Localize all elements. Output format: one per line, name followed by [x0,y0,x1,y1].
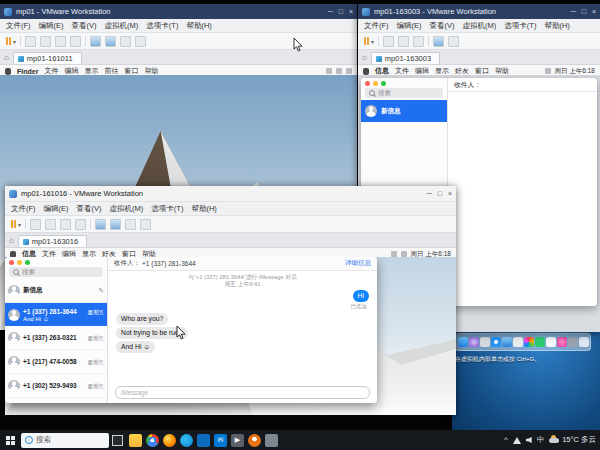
library-home-icon[interactable]: ⌂ [9,235,14,247]
close-button[interactable]: × [448,190,452,197]
dock-itunes-icon[interactable] [557,337,567,347]
window-titlebar[interactable]: mp01-163003 - VMware Workstation ─ □ × [358,4,600,19]
close-button[interactable]: × [592,8,596,15]
power-icon[interactable] [383,36,394,47]
fullscreen-icon[interactable] [448,36,459,47]
settings-icon[interactable] [70,36,81,47]
menu-file[interactable]: 文件(F) [364,21,389,31]
conversation-item-selected[interactable]: +1 (337) 281-3644 星期五 And Hi ☺ [5,303,107,326]
imessage-input[interactable]: iMessage [115,386,370,399]
menu-view[interactable]: 查看(V) [72,21,97,31]
menu-tabs[interactable]: 选项卡(T) [146,21,178,31]
snapshot-icon[interactable] [398,36,409,47]
snapshot-icon[interactable] [40,36,51,47]
wifi-icon[interactable] [545,68,551,74]
menu-help[interactable]: 帮助(H) [544,21,569,31]
unity-mode-icon[interactable] [120,36,131,47]
taskbar-vlc-icon[interactable] [248,434,261,447]
conversation-item[interactable]: +1 (217) 474-0058 星期五 [5,350,107,374]
tray-expand-icon[interactable]: ^ [504,436,508,444]
spotlight-icon[interactable] [346,68,352,74]
taskbar-edge-icon[interactable] [180,434,193,447]
dock-pages-icon[interactable] [546,337,556,347]
power-icon[interactable] [30,219,41,230]
macos-app-menu[interactable]: Finder [17,68,38,75]
console-view-icon[interactable] [95,219,106,230]
zoom-traffic-icon[interactable] [381,81,386,86]
menu-edit[interactable]: 编辑(E) [44,204,69,214]
taskbar-settings-icon[interactable] [265,434,278,447]
suspend-button[interactable]: ▾ [364,37,374,45]
fullscreen-icon[interactable] [135,36,146,47]
minimize-button[interactable]: ─ [328,8,333,15]
weather-widget[interactable]: 15°C 多云 [549,435,596,445]
dock-preferences-icon[interactable] [568,337,578,347]
conversation-item[interactable]: +1 (302) 529-9493 星期五 [5,374,107,398]
console-view-icon[interactable] [90,36,101,47]
menu-view[interactable]: 查看(V) [430,21,455,31]
maximize-button[interactable]: □ [582,8,586,15]
details-link[interactable]: 详细信息 [345,259,371,268]
volume-icon[interactable] [526,437,532,443]
taskbar-store-icon[interactable] [197,434,210,447]
menu-vm[interactable]: 虚拟机(M) [110,204,144,214]
minimize-button[interactable]: ─ [571,8,576,15]
taskbar-vmware-icon[interactable]: ▶ [231,434,244,447]
vm-tab[interactable]: mp01-161011 [13,52,82,64]
search-field[interactable]: 搜索 [365,88,443,98]
dock-messages-icon[interactable] [535,337,545,347]
menu-tabs[interactable]: 选项卡(T) [504,21,536,31]
menu-file[interactable]: 文件(F) [6,21,31,31]
window-titlebar[interactable]: mp01 - VMware Workstation ─ □ × [0,4,357,19]
vm-tab[interactable]: mp01-163016 [18,235,87,247]
minimize-button[interactable]: ─ [427,190,432,197]
taskbar-firefox-icon[interactable] [163,434,176,447]
library-home-icon[interactable]: ⌂ [362,52,367,64]
dock-notes-icon[interactable] [513,337,523,347]
library-home-icon[interactable]: ⌂ [4,52,9,64]
dock-trash-icon[interactable] [579,337,589,347]
input-method-indicator[interactable]: 中 [537,435,545,445]
compose-icon[interactable]: ✎ [98,287,104,295]
to-field[interactable]: 收件人： [448,78,597,92]
dock-launchpad-icon[interactable] [480,337,490,347]
conversation-item[interactable]: +1 (337) 263-0321 星期五 [5,326,107,350]
search-field[interactable]: 搜索 [9,267,103,277]
menu-edit[interactable]: 编辑(E) [39,21,64,31]
suspend-button[interactable]: ▾ [11,220,21,228]
start-button[interactable] [0,430,20,450]
snapshot-icon[interactable] [45,219,56,230]
dock-safari-icon[interactable] [491,337,501,347]
taskbar-chrome-icon[interactable] [146,434,159,447]
task-view-button[interactable] [109,430,125,450]
revert-snapshot-icon[interactable] [60,219,71,230]
dock-photos-icon[interactable] [524,337,534,347]
maximize-button[interactable]: □ [339,8,343,15]
settings-icon[interactable] [413,36,424,47]
conversation-new-message[interactable]: 新信息 [361,100,447,122]
settings-icon[interactable] [75,219,86,230]
dock-mail-icon[interactable] [502,337,512,347]
dock-siri-icon[interactable] [469,337,479,347]
menu-tabs[interactable]: 选项卡(T) [151,204,183,214]
close-traffic-icon[interactable] [365,81,370,86]
menu-edit[interactable]: 编辑(E) [397,21,422,31]
taskbar-search[interactable]: 搜索 [21,433,109,448]
vm-tab[interactable]: mp01-163003 [371,52,440,64]
taskbar-mail-icon[interactable]: ✉ [214,434,227,447]
window-titlebar[interactable]: mp01-161016 - VMware Workstation ─ □ × [5,186,456,202]
conversation-new-message[interactable]: 新信息 ✎ [5,279,107,303]
close-button[interactable]: × [349,8,353,15]
minimize-traffic-icon[interactable] [373,81,378,86]
close-traffic-icon[interactable] [9,260,14,265]
tabs-view-icon[interactable] [110,219,121,230]
menu-vm[interactable]: 虚拟机(M) [105,21,139,31]
menu-help[interactable]: 帮助(H) [186,21,211,31]
network-icon[interactable] [513,437,521,444]
console-view-icon[interactable] [433,36,444,47]
dock-finder-icon[interactable] [458,337,468,347]
fullscreen-icon[interactable] [140,219,151,230]
wifi-icon[interactable] [326,68,332,74]
maximize-button[interactable]: □ [438,190,442,197]
menu-vm[interactable]: 虚拟机(M) [463,21,497,31]
